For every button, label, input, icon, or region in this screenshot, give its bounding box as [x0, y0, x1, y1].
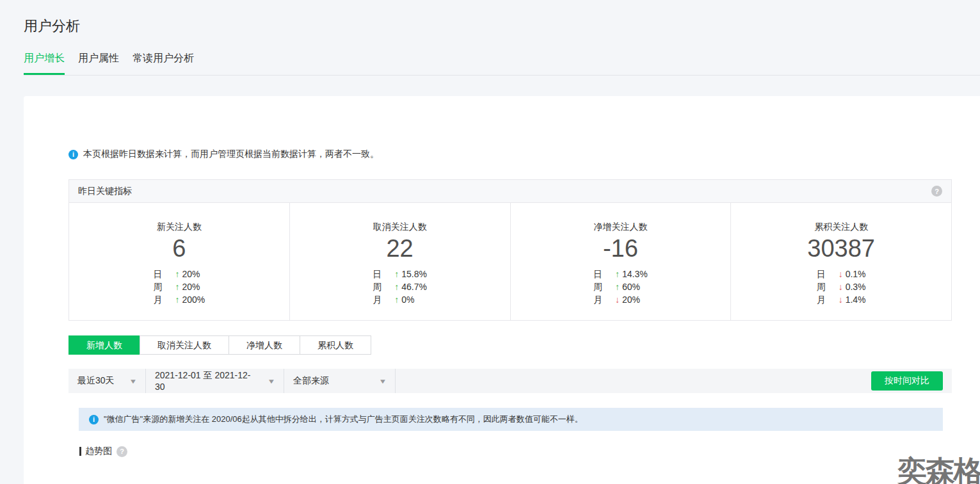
yesterday-metrics-card: 昨日关键指标 ? 新关注人数 6 日20% 周20% 月200% 取消关注人数 …	[68, 179, 952, 321]
page-header: 用户分析 用户增长 用户属性 常读用户分析	[0, 0, 980, 76]
top-notice: i 本页根据昨日数据来计算，而用户管理页根据当前数据计算，两者不一致。	[68, 149, 980, 160]
trend-row-week: 周20%	[153, 280, 205, 293]
trend-row-month: 月20%	[593, 293, 648, 306]
chevron-down-icon: ▼	[379, 378, 387, 385]
main-panel: i 本页根据昨日数据来计算，而用户管理页根据当前数据计算，两者不一致。 昨日关键…	[24, 96, 980, 484]
tab-frequent-readers[interactable]: 常读用户分析	[133, 53, 194, 75]
metric-trends: 日20% 周20% 月200%	[153, 268, 205, 306]
metric-unfollowers: 取消关注人数 22 日15.8% 周46.7% 月0%	[289, 203, 510, 320]
metric-new-followers: 新关注人数 6 日20% 周20% 月200%	[69, 203, 289, 320]
watermark: 奕森格	[897, 452, 980, 484]
help-icon[interactable]: ?	[931, 186, 942, 197]
metric-value: 30387	[731, 234, 951, 262]
metric-label: 新关注人数	[69, 220, 289, 233]
source-dropdown[interactable]: 全部来源 ▼	[284, 369, 396, 393]
trend-row-day: 日0.1%	[817, 268, 866, 280]
top-notice-text: 本页根据昨日数据来计算，而用户管理页根据当前数据计算，两者不一致。	[83, 149, 379, 160]
series-tab-new[interactable]: 新增人数	[68, 335, 140, 355]
up-arrow-icon	[394, 294, 399, 305]
help-icon[interactable]: ?	[116, 446, 127, 457]
trend-row-month: 月0%	[373, 293, 427, 306]
metrics-card-title: 昨日关键指标	[78, 186, 132, 197]
trend-section-title: 趋势图	[85, 446, 112, 457]
trend-row-day: 日15.8%	[373, 268, 427, 280]
trend-row-month: 月1.4%	[817, 293, 866, 306]
metric-label: 净增关注人数	[511, 220, 731, 233]
metric-label: 取消关注人数	[290, 220, 510, 233]
range-preset-dropdown[interactable]: 最近30天 ▼	[68, 369, 146, 393]
metric-trends: 日14.3% 周60% 月20%	[593, 268, 648, 306]
up-arrow-icon	[394, 269, 399, 279]
up-arrow-icon	[394, 282, 399, 292]
top-tabs: 用户增长 用户属性 常读用户分析	[24, 53, 980, 76]
metrics-card-header: 昨日关键指标 ?	[69, 180, 951, 203]
tab-user-growth[interactable]: 用户增长	[24, 53, 65, 75]
series-tabs: 新增人数 取消关注人数 净增人数 累积人数	[68, 335, 980, 355]
compare-by-time-button[interactable]: 按时间对比	[871, 371, 943, 391]
section-marker	[79, 447, 81, 456]
metric-total-followers: 累积关注人数 30387 日0.1% 周0.3% 月1.4%	[730, 203, 951, 320]
filter-bar: 最近30天 ▼ 2021-12-01 至 2021-12-30 ▼ 全部来源 ▼…	[68, 369, 952, 393]
trend-section-header: 趋势图 ?	[79, 446, 980, 457]
info-icon: i	[68, 150, 78, 159]
down-arrow-icon	[839, 282, 843, 292]
trend-row-week: 周0.3%	[817, 280, 866, 293]
metric-trends: 日15.8% 周46.7% 月0%	[373, 268, 427, 306]
trend-row-month: 月200%	[153, 293, 205, 306]
up-arrow-icon	[175, 282, 179, 292]
up-arrow-icon	[175, 269, 179, 279]
chevron-down-icon: ▼	[268, 378, 276, 385]
series-tab-total[interactable]: 累积人数	[300, 335, 371, 355]
trend-row-day: 日14.3%	[593, 268, 648, 280]
down-arrow-icon	[839, 294, 843, 305]
trend-row-day: 日20%	[153, 268, 205, 280]
series-tab-unfollow[interactable]: 取消关注人数	[140, 335, 229, 355]
info-icon: i	[89, 415, 99, 424]
series-tab-net[interactable]: 净增人数	[229, 335, 300, 355]
metric-label: 累积关注人数	[731, 220, 951, 233]
metrics-card-body: 新关注人数 6 日20% 周20% 月200% 取消关注人数 22 日15.8%…	[69, 203, 951, 320]
page-title: 用户分析	[24, 0, 980, 36]
date-range-dropdown[interactable]: 2021-12-01 至 2021-12-30 ▼	[146, 369, 284, 393]
metric-trends: 日0.1% 周0.3% 月1.4%	[817, 268, 866, 306]
tab-user-attributes[interactable]: 用户属性	[78, 53, 119, 75]
wechat-ad-notice: i "微信广告"来源的新增关注在 2020/06起从其他中拆分给出，计算方式与广…	[79, 408, 943, 431]
metric-value: -16	[511, 234, 731, 262]
metric-value: 22	[290, 234, 510, 262]
up-arrow-icon	[175, 294, 179, 305]
trend-row-week: 周46.7%	[373, 280, 427, 293]
up-arrow-icon	[615, 282, 620, 292]
down-arrow-icon	[615, 294, 620, 305]
metric-value: 6	[69, 234, 289, 262]
up-arrow-icon	[615, 269, 620, 279]
metric-net-growth: 净增关注人数 -16 日14.3% 周60% 月20%	[510, 203, 731, 320]
chevron-down-icon: ▼	[129, 378, 138, 385]
down-arrow-icon	[839, 269, 843, 279]
wechat-ad-notice-text: "微信广告"来源的新增关注在 2020/06起从其他中拆分给出，计算方式与广告主…	[104, 414, 583, 425]
trend-row-week: 周60%	[593, 280, 648, 293]
